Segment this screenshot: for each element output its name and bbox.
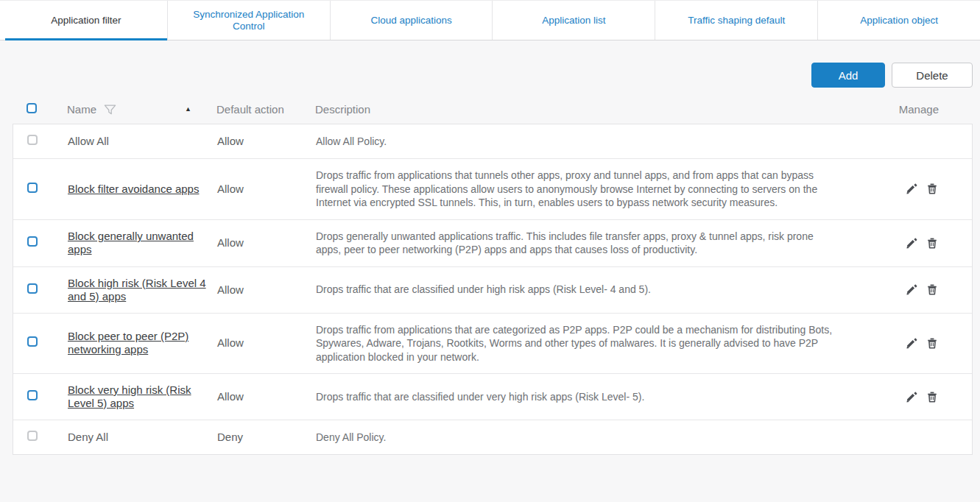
policy-name[interactable]: Block peer to peer (P2P) networking apps bbox=[68, 330, 217, 356]
policy-name[interactable]: Block high risk (Risk Level 4 and 5) app… bbox=[68, 277, 217, 303]
add-button[interactable]: Add bbox=[811, 63, 885, 88]
row-checkbox-cell bbox=[13, 336, 68, 350]
manage-cell bbox=[847, 182, 972, 197]
policy-description: Drops traffic that are classified under … bbox=[316, 390, 847, 404]
manage-cell bbox=[847, 283, 972, 297]
policy-description: Allow All Policy. bbox=[316, 135, 847, 149]
row-checkbox bbox=[27, 135, 38, 145]
filter-icon[interactable] bbox=[103, 103, 117, 117]
row-checkbox-cell bbox=[13, 183, 68, 196]
manage-cell bbox=[847, 389, 972, 404]
tab-application-filter[interactable]: Application filter bbox=[5, 1, 168, 40]
select-all-cell bbox=[13, 103, 67, 116]
delete-icon[interactable] bbox=[926, 283, 938, 296]
default-action-cell: Allow bbox=[217, 135, 316, 148]
table-row: Allow All Allow Allow All Policy. bbox=[13, 124, 972, 158]
default-action-value: Allow bbox=[217, 183, 244, 195]
default-action-cell: Allow bbox=[217, 236, 316, 250]
column-header-description[interactable]: Description bbox=[315, 103, 847, 116]
column-header-name[interactable]: Name ▲ bbox=[67, 102, 216, 117]
tab-synchronized-application-control[interactable]: Synchronized Application Control bbox=[168, 1, 331, 40]
default-action-value: Deny bbox=[217, 431, 243, 443]
row-checkbox-cell bbox=[13, 236, 68, 250]
policy-name[interactable]: Block generally unwanted apps bbox=[68, 230, 217, 256]
description-cell: Drops traffic that are classified under … bbox=[316, 390, 847, 404]
name-column-label: Name bbox=[67, 103, 96, 116]
row-checkbox-cell bbox=[13, 283, 68, 297]
policy-name[interactable]: Block very high risk (Risk Level 5) apps bbox=[68, 383, 217, 410]
policy-description: Drops traffic from applications that are… bbox=[316, 323, 847, 364]
name-cell: Block very high risk (Risk Level 5) apps bbox=[68, 383, 217, 410]
edit-icon[interactable] bbox=[906, 237, 918, 250]
row-checkbox-cell bbox=[13, 390, 68, 403]
delete-icon[interactable] bbox=[926, 337, 938, 350]
row-checkbox[interactable] bbox=[27, 390, 38, 400]
manage-cell bbox=[847, 336, 972, 350]
select-all-checkbox[interactable] bbox=[27, 103, 37, 113]
table-body: Allow All Allow Allow All Policy. Block … bbox=[13, 124, 973, 455]
edit-icon[interactable] bbox=[906, 337, 918, 350]
policy-description: Drops generally unwanted applications tr… bbox=[316, 230, 847, 257]
table-row: Block very high risk (Risk Level 5) apps… bbox=[13, 373, 972, 420]
default-action-value: Allow bbox=[217, 390, 244, 403]
delete-icon[interactable] bbox=[926, 391, 938, 403]
default-action-cell: Deny bbox=[217, 431, 316, 444]
name-cell: Block high risk (Risk Level 4 and 5) app… bbox=[68, 277, 217, 303]
toolbar: Add Delete bbox=[0, 63, 973, 88]
name-cell: Block peer to peer (P2P) networking apps bbox=[68, 330, 217, 356]
table-row: Block peer to peer (P2P) networking apps… bbox=[13, 313, 972, 374]
default-action-cell: Allow bbox=[217, 283, 316, 297]
policy-description: Deny All Policy. bbox=[316, 431, 847, 445]
sort-ascending-icon[interactable]: ▲ bbox=[185, 106, 191, 113]
name-cell: Deny All bbox=[68, 431, 217, 444]
column-header-manage: Manage bbox=[847, 103, 973, 116]
edit-icon[interactable] bbox=[906, 283, 918, 296]
manage-cell bbox=[847, 236, 972, 250]
policy-description: Drops traffic from applications that tun… bbox=[316, 169, 847, 210]
edit-icon[interactable] bbox=[906, 183, 918, 195]
row-checkbox-cell bbox=[13, 135, 68, 148]
description-cell: Drops traffic that are classified under … bbox=[316, 283, 847, 297]
row-checkbox[interactable] bbox=[27, 236, 38, 247]
description-cell: Drops traffic from applications that are… bbox=[316, 323, 847, 364]
default-action-cell: Allow bbox=[217, 336, 316, 350]
table-row: Block filter avoidance apps Allow Drops … bbox=[13, 158, 972, 219]
description-cell: Drops traffic from applications that tun… bbox=[316, 169, 847, 210]
tab-application-list[interactable]: Application list bbox=[493, 1, 655, 40]
name-cell: Block generally unwanted apps bbox=[68, 230, 217, 256]
tab-cloud-applications[interactable]: Cloud applications bbox=[331, 1, 493, 40]
delete-button[interactable]: Delete bbox=[892, 63, 973, 88]
name-cell: Allow All bbox=[68, 135, 217, 148]
policy-name: Allow All bbox=[68, 135, 109, 148]
policy-table: Name ▲ Default action Description Manage… bbox=[13, 94, 973, 455]
default-action-value: Allow bbox=[217, 283, 244, 296]
row-checkbox[interactable] bbox=[27, 183, 38, 193]
policy-description: Drops traffic that are classified under … bbox=[316, 283, 847, 297]
row-checkbox bbox=[27, 431, 38, 441]
table-row: Deny All Deny Deny All Policy. bbox=[13, 420, 972, 454]
row-checkbox[interactable] bbox=[27, 283, 38, 294]
default-action-value: Allow bbox=[217, 336, 244, 349]
edit-icon[interactable] bbox=[906, 391, 918, 403]
delete-icon[interactable] bbox=[926, 237, 938, 250]
default-action-value: Allow bbox=[217, 236, 244, 249]
policy-name[interactable]: Block filter avoidance apps bbox=[68, 183, 199, 196]
tab-application-object[interactable]: Application object bbox=[818, 1, 980, 40]
table-row: Block generally unwanted apps Allow Drop… bbox=[13, 219, 972, 266]
default-action-cell: Allow bbox=[217, 183, 316, 196]
manage-cell bbox=[847, 430, 972, 445]
table-header: Name ▲ Default action Description Manage bbox=[13, 94, 973, 124]
manage-cell bbox=[847, 134, 972, 149]
description-cell: Allow All Policy. bbox=[316, 135, 847, 149]
tab-traffic-shaping-default[interactable]: Traffic shaping default bbox=[655, 1, 818, 40]
default-action-cell: Allow bbox=[217, 390, 316, 403]
delete-icon[interactable] bbox=[926, 183, 938, 195]
policy-name: Deny All bbox=[68, 431, 108, 444]
description-cell: Deny All Policy. bbox=[316, 431, 847, 445]
row-checkbox[interactable] bbox=[27, 336, 38, 347]
description-cell: Drops generally unwanted applications tr… bbox=[316, 230, 847, 257]
column-header-default-action[interactable]: Default action bbox=[216, 103, 315, 116]
name-cell: Block filter avoidance apps bbox=[68, 183, 217, 196]
row-checkbox-cell bbox=[13, 431, 68, 444]
table-row: Block high risk (Risk Level 4 and 5) app… bbox=[13, 266, 972, 313]
